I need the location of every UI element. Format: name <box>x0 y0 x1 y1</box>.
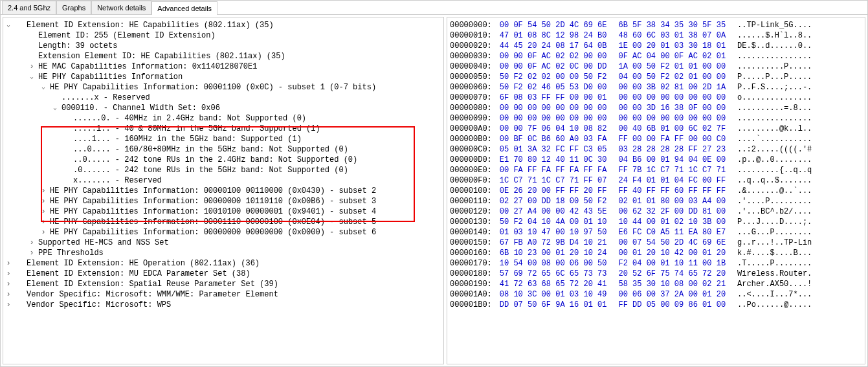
chevron-down-icon[interactable] <box>5 20 12 28</box>
tree-item[interactable]: Element ID: 255 (Element ID Extension) <box>38 30 216 41</box>
hex-row[interactable]: 00000040: 00 00 0F AC 02 0C 00 DD 1A 00 … <box>450 61 862 72</box>
tree-scroll[interactable]: Element ID Extension: HE Capabilities (8… <box>3 17 443 364</box>
tree-item[interactable]: HE PHY Capabilities Information: 0000010… <box>50 186 376 196</box>
hex-row[interactable]: 00000120: 00 27 A4 00 00 42 43 5E 00 62 … <box>450 206 862 217</box>
hex-row[interactable]: 00000160: 6B 10 23 00 01 20 10 24 00 01 … <box>450 248 862 258</box>
tree-item[interactable]: ...0.... - 160/80+80MHz in the 5GHz band… <box>73 144 348 155</box>
hex-row[interactable]: 000000E0: 00 FA FF FA FF FA FF FA FF 7B … <box>450 165 862 175</box>
tree-item[interactable]: HE PHY Capabilities Information: 0000000… <box>50 196 376 206</box>
hex-row[interactable]: 000000F0: 1C C7 71 1C C7 71 FF 07 24 F4 … <box>450 175 862 186</box>
tree-item[interactable]: HE PHY Capabilities Information: 1001010… <box>50 206 376 217</box>
chevron-right-icon[interactable] <box>28 61 36 69</box>
tree-item[interactable]: .......x - Reserved <box>61 93 150 103</box>
hex-row[interactable]: 00000050: 50 F2 02 02 00 00 50 F2 04 00 … <box>450 72 862 82</box>
tree-item[interactable]: HE PHY Capabilities Information: 0000000… <box>50 227 376 238</box>
chevron-right-icon[interactable] <box>5 258 12 266</box>
hex-offset: 000001A0: <box>450 290 492 299</box>
tab-24-5ghz[interactable]: 2.4 and 5Ghz <box>2 1 56 14</box>
hex-row[interactable]: 00000100: 0E 26 20 00 FF FF 20 FF FF 40 … <box>450 186 862 196</box>
hex-bytes: 03 28 28 28 28 FF 27 23 <box>618 145 726 154</box>
chevron-right-icon[interactable] <box>39 227 47 235</box>
hex-row[interactable]: 00000010: 47 01 08 8C 12 98 24 B0 48 60 … <box>450 30 862 41</box>
tree-item[interactable]: Extension Element ID: HE Capabilities (8… <box>38 51 285 61</box>
chevron-right-icon[interactable] <box>5 279 12 287</box>
hex-offset: 00000160: <box>450 249 492 258</box>
tree-item[interactable]: .0...... - 242 tone RUs in the 5GHz band… <box>73 165 348 175</box>
tab-graphs[interactable]: Graphs <box>56 1 91 14</box>
hex-row[interactable]: 00000090: 00 00 00 00 00 00 00 00 00 00 … <box>450 113 862 124</box>
tab-network-details[interactable]: Network details <box>91 1 151 14</box>
tree-item[interactable]: .....1.. - 40 & 80MHz in the 5GHz band: … <box>73 124 320 134</box>
hex-offset: 00000120: <box>450 207 492 216</box>
tree-item[interactable]: 0000110. - Channel Width Set: 0x06 <box>61 103 220 113</box>
hex-ascii: DE.$..d......0.. <box>737 41 812 50</box>
hex-row[interactable]: 000000C0: 05 01 3A 32 FC FF C3 05 03 28 … <box>450 144 862 155</box>
hex-row[interactable]: 000000B0: 00 BF 0C B6 60 A0 03 FA FF 00 … <box>450 134 862 144</box>
hex-row[interactable]: 00000130: 50 F2 04 10 4A 00 01 10 10 44 … <box>450 217 862 227</box>
hex-bytes: 58 35 30 10 08 00 02 21 <box>618 280 726 289</box>
hex-ascii: ................ <box>737 52 812 61</box>
chevron-down-icon[interactable] <box>28 72 36 80</box>
hex-row[interactable]: 000001A0: 08 10 3C 00 01 03 10 49 00 06 … <box>450 289 862 300</box>
tree-item[interactable]: ..0..... - 242 tone RUs in the 2.4GHz ba… <box>73 155 357 165</box>
chevron-down-icon[interactable] <box>51 103 59 111</box>
hex-row[interactable]: 000000D0: E1 70 80 12 40 11 0C 30 04 B6 … <box>450 155 862 165</box>
hex-offset: 000000D0: <box>450 155 492 164</box>
hex-bytes: 6B 5F 38 34 35 30 5F 35 <box>618 21 726 30</box>
hex-bytes: 41 72 63 68 65 72 20 41 <box>500 280 607 289</box>
chevron-down-icon[interactable] <box>39 82 47 90</box>
hex-row[interactable]: 00000020: 44 45 20 24 08 17 64 0B 1E 00 … <box>450 41 862 51</box>
tree-item[interactable]: Supported HE-MCS and NSS Set <box>38 238 169 248</box>
hex-row[interactable]: 00000030: 00 00 0F AC 02 02 00 00 0F AC … <box>450 51 862 61</box>
hex-row[interactable]: 00000170: 10 54 00 08 00 06 00 50 F2 04 … <box>450 258 862 269</box>
hex-row[interactable]: 00000140: 01 03 10 47 00 10 97 50 E6 FC … <box>450 227 862 238</box>
hex-bytes: 20 52 6F 75 74 65 72 20 <box>618 269 726 278</box>
hex-row[interactable]: 00000060: 50 F2 02 46 05 53 D0 00 00 00 … <box>450 82 862 93</box>
chevron-right-icon[interactable] <box>5 269 12 276</box>
chevron-right-icon[interactable] <box>39 186 47 194</box>
hex-offset: 00000170: <box>450 259 492 268</box>
chevron-right-icon[interactable] <box>39 206 47 214</box>
chevron-right-icon[interactable] <box>28 248 36 256</box>
hex-row[interactable]: 00000190: 41 72 63 68 65 72 20 41 58 35 … <box>450 279 862 289</box>
hex-row[interactable]: 00000180: 57 69 72 65 6C 65 73 73 20 52 … <box>450 269 862 279</box>
tree-item[interactable]: HE PHY Capabilities Information: 0000110… <box>50 82 376 93</box>
hex-row[interactable]: 000001B0: DD 07 50 6F 9A 16 01 01 FF DD … <box>450 300 862 310</box>
hex-bytes: 00 40 6B 01 00 6C 02 7F <box>618 124 726 133</box>
hex-dump[interactable]: 00000000: 00 0F 54 50 2D 4C 69 6E 6B 5F … <box>450 20 862 310</box>
chevron-right-icon[interactable] <box>28 238 36 245</box>
hex-offset: 00000130: <box>450 217 492 227</box>
hex-row[interactable]: 00000070: 6F 08 03 FF FF 00 00 01 00 00 … <box>450 93 862 103</box>
tree-item[interactable]: Element ID Extension: HE Operation (802.… <box>27 258 260 269</box>
chevron-right-icon[interactable] <box>39 196 47 204</box>
tree-item[interactable]: HE PHY Capabilities Information <box>38 72 183 82</box>
hex-bytes: 04 00 50 F2 02 01 00 00 <box>618 72 726 82</box>
hex-row[interactable]: 00000150: 67 FB A0 72 9B D4 10 21 00 07 … <box>450 238 862 248</box>
tree-item[interactable]: HE MAC Capabilities Information: 0x11401… <box>38 61 257 72</box>
chevron-right-icon[interactable] <box>5 289 12 297</box>
tree-item[interactable]: HE PHY Capabilities Information: 0000111… <box>50 217 376 227</box>
chevron-right-icon[interactable] <box>5 300 12 307</box>
tree-item[interactable]: Element ID Extension: HE Capabilities (8… <box>27 20 274 30</box>
tab-bar: 2.4 and 5Ghz Graphs Network details Adva… <box>1 1 867 15</box>
hex-offset: 000000F0: <box>450 176 492 185</box>
tree-item[interactable]: PPE Thresholds <box>38 248 104 258</box>
chevron-right-icon[interactable] <box>39 217 47 225</box>
hex-row[interactable]: 00000000: 00 0F 54 50 2D 4C 69 6E 6B 5F … <box>450 20 862 30</box>
hex-row[interactable]: 00000080: 00 00 00 00 00 00 00 00 00 00 … <box>450 103 862 113</box>
hex-bytes: 00 00 00 00 00 00 00 00 <box>500 114 607 123</box>
content-area: Element ID Extension: HE Capabilities (8… <box>1 15 867 366</box>
tree-item[interactable]: ....1... - 160MHz in the 5GHz band: Supp… <box>73 134 302 144</box>
hex-row[interactable]: 000000A0: 00 00 7F 06 04 10 08 82 00 40 … <box>450 124 862 134</box>
hex-bytes: FF 7B 1C C7 71 1C C7 71 <box>618 166 726 175</box>
tree-item[interactable]: Element ID Extension: Spatial Reuse Para… <box>27 279 278 289</box>
tree-item[interactable]: Element ID Extension: MU EDCA Parameter … <box>27 269 250 279</box>
tree-item[interactable]: Length: 39 octets <box>38 41 117 51</box>
tree-item[interactable]: Vendor Specific: Microsoft: WPS <box>27 300 171 310</box>
tab-advanced-details[interactable]: Advanced details <box>151 1 217 15</box>
tree-item[interactable]: Vendor Specific: Microsoft: WMM/WME: Par… <box>27 289 278 300</box>
tree-item[interactable]: x....... - Reserved <box>73 175 162 186</box>
hex-row[interactable]: 00000110: 02 27 00 DD 18 00 50 F2 02 01 … <box>450 196 862 206</box>
hex-bytes: 00 00 00 00 00 00 00 00 <box>500 104 607 113</box>
tree-item[interactable]: ......0. - 40MHz in 2.4GHz band: Not Sup… <box>73 113 306 124</box>
